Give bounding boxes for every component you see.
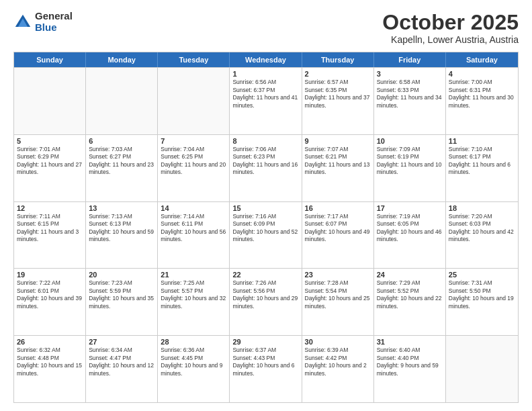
header-day-saturday: Saturday — [446, 52, 518, 67]
day-cell-9: 9Sunrise: 7:07 AM Sunset: 6:21 PM Daylig… — [302, 135, 374, 201]
day-info: Sunrise: 7:19 AM Sunset: 6:05 PM Dayligh… — [377, 213, 443, 244]
day-cell-14: 14Sunrise: 7:14 AM Sunset: 6:11 PM Dayli… — [158, 202, 230, 269]
day-info: Sunrise: 7:26 AM Sunset: 5:56 PM Dayligh… — [232, 279, 298, 310]
empty-cell-4-6 — [446, 336, 518, 402]
location-subtitle: Kapelln, Lower Austria, Austria — [382, 34, 519, 45]
day-cell-31: 31Sunrise: 6:40 AM Sunset: 4:40 PM Dayli… — [374, 336, 446, 402]
day-info: Sunrise: 7:28 AM Sunset: 5:54 PM Dayligh… — [305, 279, 371, 310]
logo-text: General Blue — [35, 11, 73, 33]
day-info: Sunrise: 7:13 AM Sunset: 6:13 PM Dayligh… — [89, 213, 154, 244]
empty-cell-0-2 — [158, 68, 230, 134]
day-number: 9 — [305, 137, 371, 145]
day-info: Sunrise: 7:00 AM Sunset: 6:31 PM Dayligh… — [449, 79, 515, 109]
day-number: 23 — [305, 271, 371, 279]
day-number: 3 — [377, 70, 443, 78]
day-info: Sunrise: 7:29 AM Sunset: 5:52 PM Dayligh… — [377, 279, 443, 310]
calendar-row-4: 26Sunrise: 6:32 AM Sunset: 4:48 PM Dayli… — [14, 335, 518, 402]
day-info: Sunrise: 7:22 AM Sunset: 6:01 PM Dayligh… — [17, 279, 83, 310]
day-cell-30: 30Sunrise: 6:39 AM Sunset: 4:42 PM Dayli… — [302, 336, 374, 402]
day-number: 4 — [449, 70, 515, 78]
day-info: Sunrise: 7:16 AM Sunset: 6:09 PM Dayligh… — [232, 213, 298, 244]
day-number: 15 — [232, 204, 298, 212]
day-cell-15: 15Sunrise: 7:16 AM Sunset: 6:09 PM Dayli… — [230, 202, 302, 269]
day-cell-16: 16Sunrise: 7:17 AM Sunset: 6:07 PM Dayli… — [302, 202, 374, 269]
day-cell-25: 25Sunrise: 7:31 AM Sunset: 5:50 PM Dayli… — [446, 269, 518, 335]
day-number: 25 — [449, 271, 515, 279]
calendar-row-2: 12Sunrise: 7:11 AM Sunset: 6:15 PM Dayli… — [14, 201, 518, 269]
day-number: 27 — [89, 338, 154, 346]
day-cell-24: 24Sunrise: 7:29 AM Sunset: 5:52 PM Dayli… — [374, 269, 446, 335]
day-number: 6 — [89, 137, 154, 145]
header: General Blue October 2025 Kapelln, Lower… — [13, 11, 519, 45]
day-cell-29: 29Sunrise: 6:37 AM Sunset: 4:43 PM Dayli… — [230, 336, 302, 402]
day-cell-18: 18Sunrise: 7:20 AM Sunset: 6:03 PM Dayli… — [446, 202, 518, 269]
calendar-body: 1Sunrise: 6:56 AM Sunset: 6:37 PM Daylig… — [14, 67, 518, 402]
day-info: Sunrise: 7:25 AM Sunset: 5:57 PM Dayligh… — [161, 279, 226, 310]
calendar-row-0: 1Sunrise: 6:56 AM Sunset: 6:37 PM Daylig… — [14, 67, 518, 134]
day-number: 8 — [232, 137, 298, 145]
day-number: 31 — [377, 338, 443, 346]
day-number: 16 — [305, 204, 371, 212]
calendar-page: General Blue October 2025 Kapelln, Lower… — [0, 0, 532, 411]
day-cell-8: 8Sunrise: 7:06 AM Sunset: 6:23 PM Daylig… — [230, 135, 302, 201]
day-info: Sunrise: 7:20 AM Sunset: 6:03 PM Dayligh… — [449, 213, 515, 244]
day-number: 20 — [89, 271, 154, 279]
day-info: Sunrise: 6:58 AM Sunset: 6:33 PM Dayligh… — [377, 79, 443, 109]
logo: General Blue — [13, 11, 73, 33]
header-day-thursday: Thursday — [302, 52, 374, 67]
month-title: October 2025 — [382, 11, 519, 34]
day-cell-19: 19Sunrise: 7:22 AM Sunset: 6:01 PM Dayli… — [14, 269, 86, 335]
logo-icon — [13, 13, 32, 32]
day-cell-5: 5Sunrise: 7:01 AM Sunset: 6:29 PM Daylig… — [14, 135, 86, 201]
day-cell-20: 20Sunrise: 7:23 AM Sunset: 5:59 PM Dayli… — [86, 269, 158, 335]
day-number: 22 — [232, 271, 298, 279]
day-cell-23: 23Sunrise: 7:28 AM Sunset: 5:54 PM Dayli… — [302, 269, 374, 335]
day-info: Sunrise: 6:36 AM Sunset: 4:45 PM Dayligh… — [161, 347, 226, 377]
empty-cell-0-1 — [86, 68, 158, 134]
title-block: October 2025 Kapelln, Lower Austria, Aus… — [382, 11, 519, 45]
day-number: 28 — [161, 338, 226, 346]
day-number: 5 — [17, 137, 83, 145]
day-info: Sunrise: 7:04 AM Sunset: 6:25 PM Dayligh… — [161, 146, 226, 177]
day-number: 14 — [161, 204, 226, 212]
day-cell-11: 11Sunrise: 7:10 AM Sunset: 6:17 PM Dayli… — [446, 135, 518, 201]
day-info: Sunrise: 7:11 AM Sunset: 6:15 PM Dayligh… — [17, 213, 83, 244]
day-info: Sunrise: 7:06 AM Sunset: 6:23 PM Dayligh… — [232, 146, 298, 177]
header-day-wednesday: Wednesday — [230, 52, 302, 67]
day-number: 18 — [449, 204, 515, 212]
calendar-header: SundayMondayTuesdayWednesdayThursdayFrid… — [14, 52, 518, 67]
day-number: 1 — [232, 70, 298, 78]
day-number: 21 — [161, 271, 226, 279]
day-info: Sunrise: 6:34 AM Sunset: 4:47 PM Dayligh… — [89, 347, 154, 377]
day-number: 7 — [161, 137, 226, 145]
day-number: 11 — [449, 137, 515, 145]
day-cell-28: 28Sunrise: 6:36 AM Sunset: 4:45 PM Dayli… — [158, 336, 230, 402]
day-cell-7: 7Sunrise: 7:04 AM Sunset: 6:25 PM Daylig… — [158, 135, 230, 201]
calendar-row-3: 19Sunrise: 7:22 AM Sunset: 6:01 PM Dayli… — [14, 268, 518, 335]
day-info: Sunrise: 6:40 AM Sunset: 4:40 PM Dayligh… — [377, 347, 443, 377]
day-number: 2 — [305, 70, 371, 78]
day-info: Sunrise: 7:31 AM Sunset: 5:50 PM Dayligh… — [449, 279, 515, 310]
day-info: Sunrise: 7:07 AM Sunset: 6:21 PM Dayligh… — [305, 146, 371, 177]
day-number: 10 — [377, 137, 443, 145]
logo-blue: Blue — [35, 22, 73, 34]
day-cell-17: 17Sunrise: 7:19 AM Sunset: 6:05 PM Dayli… — [374, 202, 446, 269]
day-number: 13 — [89, 204, 154, 212]
header-day-tuesday: Tuesday — [158, 52, 230, 67]
day-number: 24 — [377, 271, 443, 279]
calendar-row-1: 5Sunrise: 7:01 AM Sunset: 6:29 PM Daylig… — [14, 134, 518, 201]
day-cell-6: 6Sunrise: 7:03 AM Sunset: 6:27 PM Daylig… — [86, 135, 158, 201]
day-cell-10: 10Sunrise: 7:09 AM Sunset: 6:19 PM Dayli… — [374, 135, 446, 201]
logo-general: General — [35, 11, 73, 22]
day-info: Sunrise: 6:37 AM Sunset: 4:43 PM Dayligh… — [232, 347, 298, 377]
day-cell-4: 4Sunrise: 7:00 AM Sunset: 6:31 PM Daylig… — [446, 68, 518, 134]
day-cell-12: 12Sunrise: 7:11 AM Sunset: 6:15 PM Dayli… — [14, 202, 86, 269]
day-number: 12 — [17, 204, 83, 212]
day-cell-22: 22Sunrise: 7:26 AM Sunset: 5:56 PM Dayli… — [230, 269, 302, 335]
day-info: Sunrise: 7:17 AM Sunset: 6:07 PM Dayligh… — [305, 213, 371, 244]
day-cell-3: 3Sunrise: 6:58 AM Sunset: 6:33 PM Daylig… — [374, 68, 446, 134]
day-info: Sunrise: 6:57 AM Sunset: 6:35 PM Dayligh… — [305, 79, 371, 109]
day-info: Sunrise: 7:03 AM Sunset: 6:27 PM Dayligh… — [89, 146, 154, 177]
header-day-sunday: Sunday — [14, 52, 86, 67]
day-cell-27: 27Sunrise: 6:34 AM Sunset: 4:47 PM Dayli… — [86, 336, 158, 402]
